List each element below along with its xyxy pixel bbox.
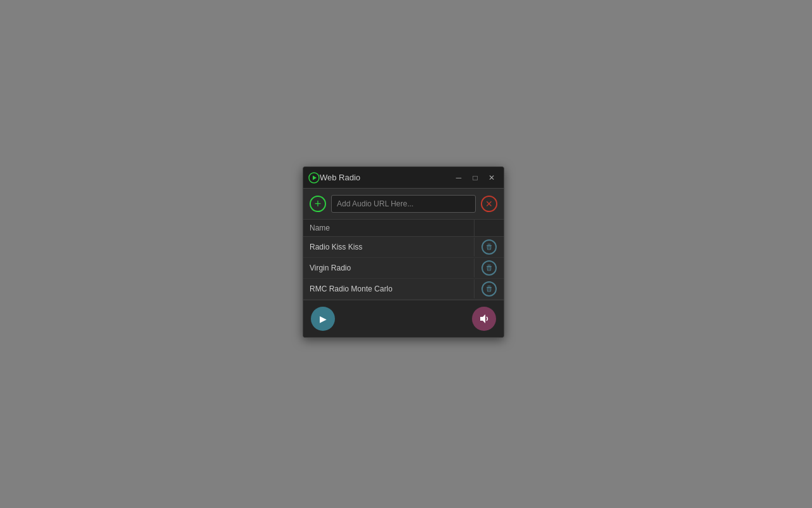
web-radio-dialog: Web Radio ─ □ ✕ + ✕ Name Radio Kiss Kiss — [303, 166, 504, 338]
station-row[interactable]: Radio Kiss Kiss — [303, 237, 504, 258]
station-row[interactable]: Virgin Radio — [303, 258, 504, 279]
delete-station-button[interactable] — [481, 281, 497, 297]
delete-station-button[interactable] — [481, 260, 497, 276]
trash-icon — [485, 264, 493, 272]
station-name: Radio Kiss Kiss — [303, 237, 475, 257]
svg-marker-14 — [480, 314, 485, 323]
station-list: Radio Kiss Kiss Virgin Radio — [303, 237, 504, 300]
trash-icon — [485, 243, 493, 251]
svg-rect-10 — [487, 287, 492, 288]
bottom-bar: ▶ — [303, 300, 504, 337]
svg-rect-11 — [488, 286, 491, 286]
station-delete-cell — [475, 258, 504, 278]
column-name-header: Name — [303, 220, 475, 236]
close-button[interactable]: ✕ — [485, 171, 499, 185]
station-delete-cell — [475, 237, 504, 257]
station-delete-cell — [475, 279, 504, 299]
maximize-button[interactable]: □ — [468, 171, 482, 185]
play-button[interactable]: ▶ — [311, 307, 335, 331]
url-bar: + ✕ — [303, 189, 504, 220]
station-row[interactable]: RMC Radio Monte Carlo — [303, 279, 504, 300]
svg-rect-7 — [488, 265, 491, 265]
station-list-header: Name — [303, 220, 504, 237]
app-icon — [308, 172, 320, 184]
titlebar-controls: ─ □ ✕ — [452, 171, 499, 185]
column-action-header — [475, 220, 504, 236]
svg-rect-3 — [488, 244, 491, 244]
trash-icon — [485, 285, 493, 293]
clear-url-button[interactable]: ✕ — [481, 196, 497, 212]
dialog-title: Web Radio — [320, 173, 452, 182]
svg-rect-2 — [487, 245, 492, 246]
station-name: Virgin Radio — [303, 258, 475, 277]
delete-station-button[interactable] — [481, 239, 497, 255]
minimize-button[interactable]: ─ — [452, 171, 466, 185]
url-input[interactable] — [331, 195, 476, 213]
add-url-button[interactable]: + — [310, 196, 326, 212]
volume-button[interactable] — [472, 307, 496, 331]
station-name: RMC Radio Monte Carlo — [303, 279, 475, 298]
svg-marker-1 — [313, 175, 317, 180]
volume-icon — [478, 313, 490, 324]
titlebar: Web Radio ─ □ ✕ — [303, 167, 504, 189]
svg-rect-6 — [487, 266, 492, 267]
